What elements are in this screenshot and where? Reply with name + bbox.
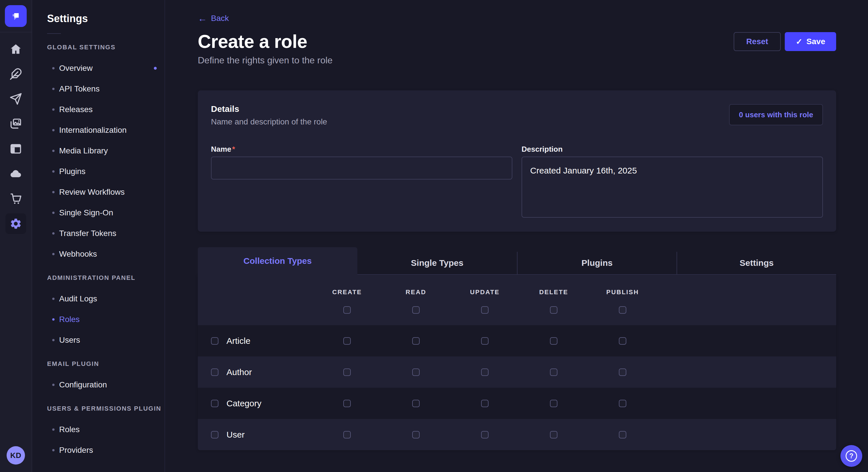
feather-icon[interactable]	[5, 64, 26, 84]
tab-collection-types[interactable]: Collection Types	[198, 247, 358, 275]
select-all-read-checkbox[interactable]	[412, 306, 420, 314]
page-title: Create a role	[198, 31, 333, 52]
table-row-author: Author	[198, 357, 836, 388]
sidebar-item-providers[interactable]: Providers	[47, 440, 164, 461]
bullet-icon	[52, 170, 55, 173]
select-all-create-checkbox[interactable]	[343, 306, 351, 314]
rail-icon-list	[5, 39, 26, 234]
row-select-checkbox[interactable]	[211, 431, 218, 438]
permissions-table: CREATE READ UPDATE DELETE PUBLISH	[198, 275, 836, 450]
name-label: Name*	[211, 145, 513, 154]
cart-icon[interactable]	[5, 189, 26, 209]
select-all-delete-checkbox[interactable]	[550, 306, 557, 314]
sidebar-item-releases[interactable]: Releases	[47, 99, 164, 120]
user-publish-checkbox[interactable]	[619, 431, 626, 438]
article-read-checkbox[interactable]	[412, 337, 420, 345]
author-delete-checkbox[interactable]	[550, 369, 557, 376]
sidebar-item-review-workflows[interactable]: Review Workflows	[47, 182, 164, 202]
user-delete-checkbox[interactable]	[550, 431, 557, 438]
sidebar-item-roles-active[interactable]: Roles	[47, 309, 164, 330]
author-update-checkbox[interactable]	[481, 369, 489, 376]
bullet-icon	[52, 129, 55, 131]
user-read-checkbox[interactable]	[412, 431, 420, 438]
layout-icon[interactable]	[5, 138, 26, 159]
notification-dot-icon	[154, 67, 157, 70]
category-create-checkbox[interactable]	[343, 400, 351, 407]
help-button[interactable]: ?	[840, 445, 862, 467]
bullet-icon	[52, 67, 55, 69]
user-update-checkbox[interactable]	[481, 431, 489, 438]
sidebar-item-api-tokens[interactable]: API Tokens	[47, 78, 164, 99]
tab-plugins[interactable]: Plugins	[517, 252, 677, 275]
column-header-update: UPDATE	[470, 289, 499, 296]
section-administration-panel: ADMINISTRATION PANEL Audit Logs Roles Us…	[47, 274, 164, 350]
sidebar-item-configuration[interactable]: Configuration	[47, 374, 164, 395]
settings-gear-icon[interactable]	[5, 213, 26, 234]
home-icon[interactable]	[5, 39, 26, 59]
article-publish-checkbox[interactable]	[619, 337, 626, 345]
send-icon[interactable]	[5, 89, 26, 109]
table-row-user: User	[198, 419, 836, 450]
select-all-update-checkbox[interactable]	[481, 306, 489, 314]
required-asterisk: *	[232, 145, 235, 154]
category-read-checkbox[interactable]	[412, 400, 420, 407]
sidebar-item-transfer-tokens[interactable]: Transfer Tokens	[47, 223, 164, 244]
reset-button[interactable]: Reset	[734, 32, 781, 51]
row-select-checkbox[interactable]	[211, 400, 218, 407]
user-create-checkbox[interactable]	[343, 431, 351, 438]
bullet-icon	[52, 88, 55, 90]
section-users-permissions-plugin: USERS & PERMISSIONS PLUGIN Roles Provide…	[47, 405, 164, 461]
row-select-checkbox[interactable]	[211, 337, 218, 345]
back-link[interactable]: ← Back	[198, 14, 229, 23]
table-row-category: Category	[198, 388, 836, 419]
sidebar-item-overview[interactable]: Overview	[47, 58, 164, 78]
bullet-icon	[52, 191, 55, 193]
sidebar-item-media-library[interactable]: Media Library	[47, 140, 164, 161]
article-delete-checkbox[interactable]	[550, 337, 557, 345]
bullet-icon	[52, 232, 55, 235]
tab-single-types[interactable]: Single Types	[358, 252, 517, 275]
sidebar-divider	[47, 33, 61, 34]
save-button[interactable]: ✓ Save	[785, 32, 836, 51]
bullet-icon	[52, 384, 55, 386]
article-create-checkbox[interactable]	[343, 337, 351, 345]
sidebar-item-audit-logs[interactable]: Audit Logs	[47, 289, 164, 309]
users-with-role-button[interactable]: 0 users with this role	[729, 104, 823, 125]
strapi-mark-icon	[9, 10, 22, 22]
section-global-settings: GLOBAL SETTINGS Overview API Tokens Rele…	[47, 43, 164, 264]
bullet-icon	[52, 339, 55, 341]
cloud-icon[interactable]	[5, 164, 26, 184]
author-publish-checkbox[interactable]	[619, 369, 626, 376]
sidebar-item-internationalization[interactable]: Internationalization	[47, 120, 164, 140]
main-content: ← Back Create a role Define the rights g…	[165, 0, 868, 472]
category-delete-checkbox[interactable]	[550, 400, 557, 407]
question-mark-icon: ?	[846, 450, 857, 462]
column-header-delete: DELETE	[539, 289, 568, 296]
category-update-checkbox[interactable]	[481, 400, 489, 407]
column-header-create: CREATE	[332, 289, 362, 296]
column-header-publish: PUBLISH	[606, 289, 639, 296]
article-update-checkbox[interactable]	[481, 337, 489, 345]
strapi-logo[interactable]	[5, 5, 27, 27]
column-header-read: READ	[406, 289, 426, 296]
sidebar-item-plugins[interactable]: Plugins	[47, 161, 164, 182]
details-subtitle: Name and description of the role	[211, 117, 327, 127]
tab-settings[interactable]: Settings	[677, 252, 836, 275]
sidebar-item-webhooks[interactable]: Webhooks	[47, 244, 164, 264]
page-header: Create a role Define the rights given to…	[198, 31, 836, 66]
author-create-checkbox[interactable]	[343, 369, 351, 376]
bullet-icon	[52, 318, 55, 321]
role-description-textarea[interactable]: Created January 16th, 2025	[522, 157, 823, 217]
sidebar-item-single-sign-on[interactable]: Single Sign-On	[47, 202, 164, 223]
user-avatar[interactable]: KD	[7, 446, 25, 465]
role-name-input[interactable]	[211, 157, 513, 179]
author-read-checkbox[interactable]	[412, 369, 420, 376]
sidebar-item-users[interactable]: Users	[47, 330, 164, 350]
category-publish-checkbox[interactable]	[619, 400, 626, 407]
select-all-publish-checkbox[interactable]	[619, 306, 626, 314]
nav-rail: KD	[0, 0, 32, 472]
table-row-article: Article	[198, 325, 836, 357]
sidebar-item-up-roles[interactable]: Roles	[47, 419, 164, 440]
row-select-checkbox[interactable]	[211, 369, 218, 376]
media-library-icon[interactable]	[5, 113, 26, 134]
